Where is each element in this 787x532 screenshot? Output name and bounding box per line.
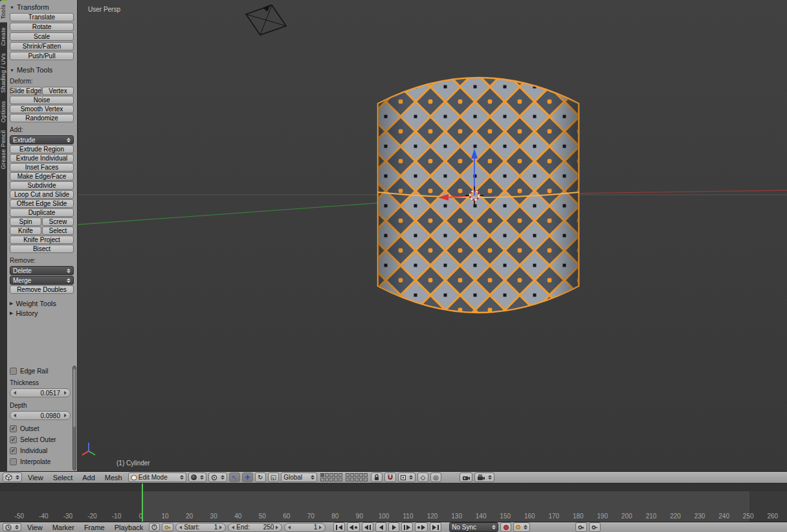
randomize-button[interactable]: Randomize [10,114,74,122]
history-panel-header[interactable]: ▶ History [10,309,74,317]
render-opengl-button[interactable] [460,472,472,482]
proportional-edit-button[interactable]: ◎ [430,472,441,482]
next-keyframe-button[interactable] [415,522,428,532]
tab-options[interactable]: Options [0,98,7,126]
remove-doubles-button[interactable]: Remove Doubles [10,285,74,294]
slide-edge-button[interactable]: Slide Edge [10,87,41,95]
rotate-button[interactable]: Rotate [10,23,74,31]
menu-view[interactable]: View [23,524,47,531]
individual-checkbox[interactable]: ✓ Individual [10,447,71,454]
timeline-ruler[interactable]: -50 -40 -30 -20 -10 0 10 20 30 40 50 60 … [0,483,787,522]
scale-manipulator-button[interactable]: ◱ [268,472,279,482]
x-axis-arrow-icon[interactable] [438,194,449,201]
menu-playback[interactable]: Playback [111,524,148,531]
extrude-dropdown[interactable]: Extrude [10,135,74,144]
tab-shading-uvs[interactable]: Shading / UVs [0,50,7,96]
depth-field[interactable]: 0.0980 [10,411,71,420]
transform-panel-header[interactable]: ▼ Transform [10,3,74,11]
knife-button[interactable]: Knife [10,227,41,235]
interpolate-checkbox[interactable]: Interpolate [10,458,71,465]
start-frame-field[interactable]: Start: 1 [175,523,226,532]
delete-keyframe-button[interactable] [589,522,601,532]
preview-range-button[interactable] [149,523,160,531]
mode-dropdown[interactable]: Edit Mode [128,472,186,482]
thickness-field[interactable]: 0.0517 [10,388,71,397]
menu-view[interactable]: View [24,474,47,482]
current-frame-field[interactable]: 1 [284,523,326,532]
snap-toggle-button[interactable] [384,472,396,482]
translate-button[interactable]: Translate [10,13,74,21]
increment-arrow-icon[interactable] [219,526,222,529]
mesh-tools-panel-header[interactable]: ▼ Mesh Tools [10,66,74,74]
subdivide-button[interactable]: Subdivide [10,181,74,190]
jump-to-end-button[interactable] [430,522,441,532]
decrement-arrow-icon[interactable] [232,526,234,529]
decrement-arrow-icon[interactable] [14,414,16,417]
orientation-dropdown[interactable]: Global [281,472,317,482]
play-button[interactable] [388,522,399,532]
translate-manipulator-button[interactable]: ✚ [242,472,253,482]
delete-dropdown[interactable]: Delete [10,266,74,275]
menu-mesh[interactable]: Mesh [101,474,126,482]
select-outer-checkbox[interactable]: ✓ Select Outer [10,436,71,443]
layer-group-2[interactable] [346,473,368,482]
increment-arrow-icon[interactable] [64,414,67,417]
play-reverse-button[interactable] [375,522,386,532]
timeline-editor-type-button[interactable] [3,523,21,531]
extrude-individual-button[interactable]: Extrude Individual [10,154,74,162]
tab-grease-pencil[interactable]: Grease Pencil [0,127,7,172]
edge-rail-checkbox[interactable]: Edge Rail [10,368,71,375]
sync-dropdown[interactable]: No Sync [449,522,498,532]
tab-tools[interactable]: Tools [0,1,7,23]
extrude-region-button[interactable]: Extrude Region [10,145,74,153]
weight-tools-panel-header[interactable]: ▶ Weight Tools [10,300,74,307]
transform-manipulator[interactable] [429,146,520,220]
current-frame-playhead[interactable] [142,483,143,522]
toolshelf-scrollbar[interactable] [72,366,76,471]
slide-vertex-button[interactable]: Vertex [42,87,74,95]
bisect-button[interactable]: Bisect [10,245,74,253]
spin-button[interactable]: Spin [10,217,41,226]
snap-target-button[interactable]: ◇ [417,472,428,482]
camera-object[interactable] [243,3,289,38]
keying-lock-button[interactable] [162,523,173,531]
decrement-arrow-icon[interactable] [14,391,16,395]
shrink-fatten-button[interactable]: Shrink/Fatten [10,42,74,50]
pivot-dropdown[interactable] [208,472,227,482]
tab-create[interactable]: Create [0,24,7,49]
record-button[interactable] [500,522,511,532]
decrement-arrow-icon[interactable] [179,526,182,529]
make-edge-face-button[interactable]: Make Edge/Face [10,172,74,181]
prev-keyframe-button[interactable] [347,522,360,532]
viewport-3d[interactable]: User Persp [78,0,787,471]
editor-type-button[interactable] [3,472,22,482]
end-frame-field[interactable]: End: 250 [228,523,282,532]
menu-frame[interactable]: Frame [80,524,109,531]
loop-cut-button[interactable]: Loop Cut and Slide [10,190,74,199]
increment-arrow-icon[interactable] [319,526,322,529]
knife-project-button[interactable]: Knife Project [10,236,74,244]
inset-faces-button[interactable]: Inset Faces [10,163,74,172]
menu-marker[interactable]: Marker [49,524,78,531]
decrement-arrow-icon[interactable] [288,526,291,529]
outset-checkbox[interactable]: ✓ Outset [10,425,71,432]
offset-edge-slide-button[interactable]: Offset Edge Slide [10,199,74,208]
menu-select[interactable]: Select [49,474,77,482]
timeline-scroll-strip[interactable] [0,483,787,491]
shading-dropdown[interactable] [188,472,206,482]
duplicate-button[interactable]: Duplicate [10,208,74,217]
scale-button[interactable]: Scale [10,32,74,41]
jump-to-start-button[interactable] [333,522,345,532]
push-pull-button[interactable]: Push/Pull [10,52,74,60]
next-frame-button[interactable] [401,522,413,532]
keying-set-dropdown[interactable] [513,522,530,532]
screw-button[interactable]: Screw [42,217,74,226]
merge-dropdown[interactable]: Merge [10,276,74,285]
noise-button[interactable]: Noise [10,96,74,104]
layer-group-1[interactable] [320,473,342,482]
knife-select-button[interactable]: Select [42,227,74,235]
smooth-vertex-button[interactable]: Smooth Vertex [10,105,74,113]
insert-keyframe-button[interactable] [575,522,587,532]
increment-arrow-icon[interactable] [64,391,67,395]
render-opengl-anim-button[interactable] [474,472,494,482]
